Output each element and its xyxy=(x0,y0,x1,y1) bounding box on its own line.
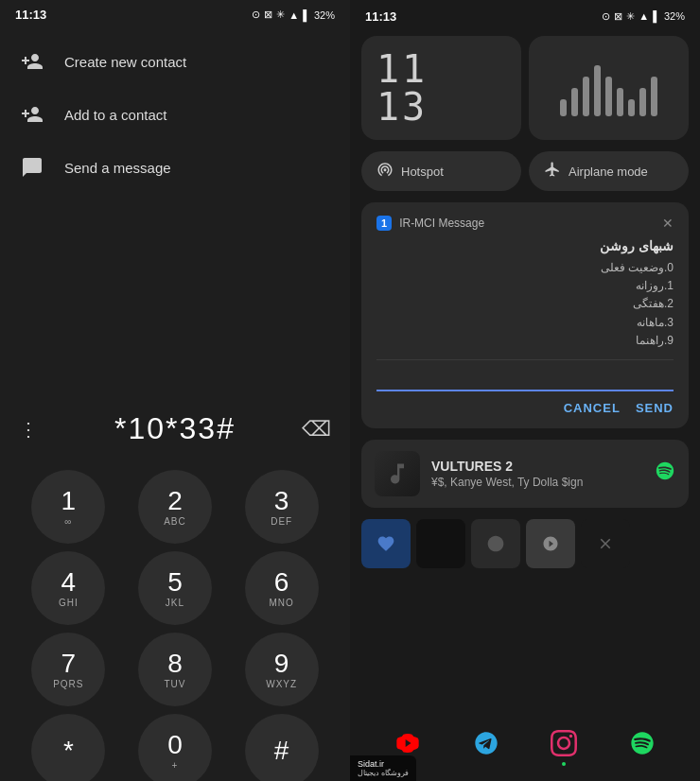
status-icons-left: ⊙ ⊠ ✳ ▲ ▌ 32% xyxy=(252,9,335,21)
key-4[interactable]: 4 GHI xyxy=(31,551,105,625)
key-3-letters: DEF xyxy=(271,516,292,527)
sound-bar xyxy=(594,65,601,116)
music-card: VULTURES 2 ¥$, Kanye West, Ty Dolla $ign xyxy=(361,440,689,508)
backspace-button[interactable]: ⌫ xyxy=(302,417,331,442)
key-1[interactable]: 1 ∞ xyxy=(31,470,105,544)
key-2[interactable]: 2 ABC xyxy=(138,470,212,544)
notif-title: شبهای روشن xyxy=(376,238,674,253)
airplane-label: Airplane mode xyxy=(569,165,648,179)
menu-item-create-contact[interactable]: Create new contact xyxy=(0,35,350,88)
sound-bar xyxy=(651,77,657,116)
notif-input-row xyxy=(376,359,674,391)
key-6[interactable]: 6 MNO xyxy=(245,551,319,625)
album-thumb-0 xyxy=(361,519,411,568)
dialer-options-icon[interactable]: ⋮ xyxy=(19,418,38,441)
spotify-logo-icon xyxy=(655,460,675,486)
clock-minute: 13 xyxy=(376,88,428,126)
bluetooth-icon: ✳ xyxy=(276,9,285,21)
notif-send-button[interactable]: SEND xyxy=(636,401,674,415)
key-8-number: 8 xyxy=(167,651,183,677)
dock-telegram[interactable] xyxy=(467,724,505,762)
key-2-number: 2 xyxy=(167,488,183,514)
key-0-letters: + xyxy=(172,760,179,771)
key-6-letters: MNO xyxy=(269,598,293,608)
notif-actions: CANCEL SEND xyxy=(376,401,674,415)
album-thumbnails-row xyxy=(350,513,700,574)
album-art-image xyxy=(375,451,420,496)
key-4-letters: GHI xyxy=(59,598,79,608)
dock-spotify[interactable] xyxy=(623,724,661,762)
key-5-number: 5 xyxy=(167,569,183,596)
hotspot-button[interactable]: Hotspot xyxy=(361,151,521,191)
signal-icon-right: ▌ xyxy=(653,10,660,22)
left-panel: 11:13 ⊙ ⊠ ✳ ▲ ▌ 32% Create new contact A… xyxy=(0,0,350,781)
notif-body: شبهای روشن 0.وضعیت فعلی 1.روزانه 2.هفتگی… xyxy=(376,238,674,350)
dialer-input-display: *10*33# xyxy=(114,411,236,446)
watermark: Sidat.ir فروشگاه دیجیتال xyxy=(350,755,416,781)
dialer-area: ⋮ *10*33# ⌫ 1 ∞ 2 ABC 3 DEF 4 GHI 5 xyxy=(0,402,350,781)
key-9[interactable]: 9 WXYZ xyxy=(245,633,319,706)
key-9-letters: WXYZ xyxy=(266,679,297,689)
key-5[interactable]: 5 JKL xyxy=(138,551,212,625)
key-3[interactable]: 3 DEF xyxy=(245,470,319,544)
key-4-number: 4 xyxy=(61,569,77,596)
status-bar-right: 11:13 ⊙ ⊠ ✳ ▲ ▌ 32% xyxy=(350,0,700,28)
hotspot-icon xyxy=(376,161,394,182)
battery-percent-left: 32% xyxy=(314,9,335,21)
wifi-icon-right: ▲ xyxy=(639,10,649,22)
key-7[interactable]: 7 PQRS xyxy=(31,633,105,706)
key-6-number: 6 xyxy=(274,569,289,596)
airplane-icon xyxy=(544,161,561,182)
status-time-left: 11:13 xyxy=(15,8,46,22)
key-3-number: 3 xyxy=(274,488,289,514)
notif-close-icon[interactable]: ✕ xyxy=(662,216,674,231)
menu-item-add-to-contact[interactable]: Add to a contact xyxy=(0,88,350,141)
create-contact-icon xyxy=(19,48,45,75)
notif-reply-input[interactable] xyxy=(376,368,674,391)
quick-settings: Hotspot Airplane mode xyxy=(350,151,700,191)
sound-widget xyxy=(529,36,689,140)
sound-bar xyxy=(560,99,567,116)
sound-bar xyxy=(639,88,646,116)
keypad: 1 ∞ 2 ABC 3 DEF 4 GHI 5 JKL 6 MNO xyxy=(0,460,350,781)
instagram-status-icon: ⊙ xyxy=(252,9,260,21)
dialer-input-row: ⋮ *10*33# ⌫ xyxy=(0,402,350,456)
hotspot-label: Hotspot xyxy=(401,165,444,179)
right-panel: 11:13 ⊙ ⊠ ✳ ▲ ▌ 32% 11 13 Hotspot xyxy=(350,0,700,781)
album-thumb-2 xyxy=(471,519,520,568)
cast-icon-right: ⊠ xyxy=(614,10,622,23)
signal-icon: ▌ xyxy=(303,9,310,21)
notif-header: 1 IR-MCI Message ✕ xyxy=(376,216,674,231)
dock-instagram[interactable] xyxy=(545,724,583,762)
key-7-number: 7 xyxy=(61,651,77,677)
key-8-letters: TUV xyxy=(164,679,185,689)
notif-cancel-button[interactable]: CANCEL xyxy=(564,401,621,415)
album-thumb-4 xyxy=(581,519,630,568)
battery-percent-right: 32% xyxy=(664,10,685,22)
add-to-contact-label: Add to a contact xyxy=(64,107,166,123)
key-0[interactable]: 0 + xyxy=(138,714,212,781)
add-to-contact-icon xyxy=(19,101,45,128)
wifi-icon: ▲ xyxy=(289,9,299,21)
notif-line-3: 3.ماهانه xyxy=(376,314,674,332)
bt-icon-right: ✳ xyxy=(626,10,635,23)
menu-item-send-message[interactable]: Send a message xyxy=(0,141,350,194)
key-9-number: 9 xyxy=(274,651,289,677)
watermark-domain: Sidat.ir xyxy=(358,759,384,769)
instagram-dot xyxy=(562,762,566,766)
music-title: VULTURES 2 xyxy=(431,459,643,474)
key-star-number: * xyxy=(63,738,74,764)
key-8[interactable]: 8 TUV xyxy=(138,633,212,706)
key-7-letters: PQRS xyxy=(53,679,83,689)
sound-bar xyxy=(628,99,635,116)
key-hash[interactable]: # xyxy=(245,714,319,781)
airplane-mode-button[interactable]: Airplane mode xyxy=(529,151,689,191)
notif-line-0: 0.وضعیت فعلی xyxy=(376,259,674,277)
key-star[interactable]: * xyxy=(31,714,105,781)
create-contact-label: Create new contact xyxy=(64,54,186,70)
key-hash-number: # xyxy=(274,738,289,764)
album-thumb-3 xyxy=(526,519,575,568)
notif-line-4: 9.راهنما xyxy=(376,332,674,350)
notif-app-name: IR-MCI Message xyxy=(399,217,484,230)
send-message-label: Send a message xyxy=(64,160,171,176)
